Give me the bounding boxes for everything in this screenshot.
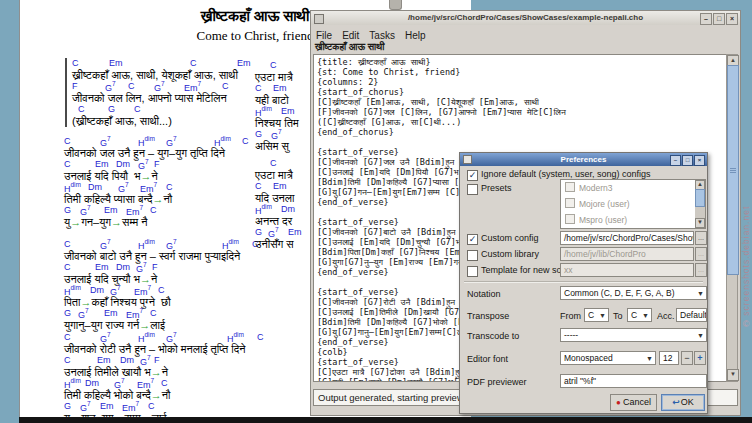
notation-dropdown[interactable]: Common (C, D, E, F, G, A, B)▼ bbox=[560, 286, 707, 300]
chord: Em7 bbox=[122, 401, 139, 413]
chord: C bbox=[64, 159, 71, 169]
transpose-to-label: To bbox=[613, 311, 623, 321]
minimize-button[interactable]: – bbox=[700, 13, 712, 25]
chord: G7 bbox=[166, 239, 177, 251]
template-checkbox[interactable] bbox=[467, 266, 478, 277]
preferences-title: Preferences bbox=[561, 155, 607, 164]
template-field: xx bbox=[560, 263, 694, 277]
chord: Dm bbox=[116, 159, 130, 169]
chord: Em bbox=[104, 205, 118, 215]
chord: Em bbox=[288, 227, 302, 237]
chord: C bbox=[255, 83, 262, 93]
chord: Dm bbox=[85, 378, 99, 388]
chord: Em7 bbox=[140, 182, 157, 194]
font-size-plus-button[interactable]: + bbox=[694, 351, 706, 365]
transcode-dropdown[interactable]: -----▼ bbox=[560, 328, 707, 342]
chevron-down-icon: ▼ bbox=[646, 352, 653, 365]
cancel-button[interactable]: ●Cancel bbox=[610, 394, 657, 411]
ok-button[interactable]: ↩OK bbox=[661, 394, 705, 411]
chord: Hdim bbox=[138, 136, 155, 148]
chord: C bbox=[148, 401, 155, 411]
chord: Em bbox=[95, 159, 109, 169]
presets-scroll-down-icon[interactable]: ▼ bbox=[695, 218, 705, 228]
chord: Em bbox=[281, 106, 295, 116]
chord: C bbox=[64, 355, 71, 365]
lyric-line: तिमी कहिल्यै भोको बन्दै→नौ bbox=[64, 389, 274, 401]
chord: C bbox=[255, 181, 262, 191]
transpose-label: Transpose bbox=[467, 311, 509, 321]
lyric-line: युगानु–युग राज्य गर्न→लाई bbox=[64, 319, 274, 331]
pdf-previewer-field[interactable]: atril "%f" bbox=[560, 374, 707, 388]
transpose-acc-dropdown[interactable]: Default bbox=[676, 308, 707, 322]
cancel-icon: ● bbox=[616, 398, 621, 407]
chord: G bbox=[64, 308, 71, 318]
chord: C bbox=[270, 60, 277, 70]
chord: G bbox=[64, 205, 71, 215]
chord: C bbox=[128, 81, 135, 91]
dialog-close-button[interactable]: × bbox=[694, 155, 705, 166]
editor-vscrollbar[interactable]: ▲ ▼ bbox=[726, 54, 738, 382]
presets-scrollbar[interactable]: ▲ ▼ bbox=[695, 180, 705, 228]
font-size-minus-button[interactable]: − bbox=[681, 351, 693, 365]
menu-item-help[interactable]: Help bbox=[400, 29, 431, 42]
custom-config-checkbox[interactable]: ✓ bbox=[467, 234, 478, 245]
verse-block: CG7HdimG7HdimCजीवनको रोटी उनै हुन – भोको… bbox=[64, 332, 274, 417]
chord: C bbox=[257, 332, 264, 342]
chord: Em7 bbox=[126, 308, 143, 320]
chord: C bbox=[150, 308, 157, 318]
maximize-button[interactable]: □ bbox=[713, 13, 725, 25]
scroll-down-icon[interactable]: ▼ bbox=[727, 369, 739, 381]
editor-titlebar[interactable]: /home/jv/src/ChordPro/Cases/ShowCases/ex… bbox=[311, 11, 740, 26]
chord: Dm bbox=[281, 204, 295, 214]
lyric-line: जीवनको बाटो उनै हुन – स्वर्ग राजमा पुऱ्य… bbox=[64, 250, 274, 262]
chord: Dm bbox=[116, 262, 130, 272]
custom-config-browse-button[interactable]: ... bbox=[695, 231, 707, 245]
chord: Em7 bbox=[134, 285, 151, 297]
dialog-minimize-button[interactable]: – bbox=[670, 155, 681, 166]
desktop: © screenshots.debian.net ख्रीष्टकहाँ आऊ … bbox=[0, 0, 752, 423]
chord: Dm bbox=[120, 355, 134, 365]
transpose-from-dropdown[interactable]: C▼ bbox=[584, 308, 609, 322]
template-browse-button: ... bbox=[695, 263, 707, 277]
scrollbar-thumb[interactable] bbox=[727, 65, 739, 275]
editor-window-title: /home/jv/src/ChordPro/Cases/ShowCases/ex… bbox=[408, 13, 643, 22]
presets-listbox[interactable]: Modern3Mojore (user)Mspro (user)Msttcore… bbox=[560, 179, 706, 229]
chord: C bbox=[242, 136, 249, 146]
editor-font-dropdown[interactable]: Monospaced▼ bbox=[560, 351, 656, 365]
editor-font-label: Editor font bbox=[467, 354, 508, 364]
chord: Hdim bbox=[214, 136, 231, 148]
chord: C bbox=[64, 332, 71, 342]
preset-item[interactable]: Msttcorefonts (user) bbox=[561, 228, 705, 229]
preset-item[interactable]: Mojore (user) bbox=[561, 196, 705, 212]
presets-scrollbar-thumb[interactable] bbox=[695, 189, 705, 207]
chord: G7 bbox=[110, 285, 121, 297]
custom-library-checkbox[interactable] bbox=[467, 250, 478, 261]
ignore-default-checkbox[interactable]: ✓ bbox=[467, 170, 478, 181]
chord: C bbox=[190, 58, 197, 68]
chorus-block: CEmCEmख्रीष्टकहाँ आऊ, साथी, येशूकहाँ आऊ,… bbox=[65, 58, 282, 127]
chord: C bbox=[134, 104, 141, 114]
presets-label: Presets bbox=[481, 183, 512, 193]
chord: G7 bbox=[80, 205, 91, 217]
preset-item[interactable]: Mspro (user) bbox=[561, 212, 705, 228]
chord: G7 bbox=[136, 262, 147, 274]
chord: Em bbox=[273, 83, 287, 93]
chord: Hdim bbox=[255, 106, 272, 118]
chevron-down-icon: ▼ bbox=[642, 309, 649, 322]
transpose-to-dropdown[interactable]: C▼ bbox=[627, 308, 652, 322]
verse-block: CG7HdimG7HdimCजीवनको जल उनै हुन – युग–यु… bbox=[64, 136, 274, 228]
chord: Hdim bbox=[222, 239, 239, 251]
presets-checkbox[interactable] bbox=[467, 184, 478, 195]
font-size-field[interactable]: 12 bbox=[659, 351, 679, 365]
preferences-titlebar[interactable]: Preferences – □ × bbox=[460, 153, 707, 166]
dialog-icon bbox=[463, 155, 472, 164]
dialog-maximize-button[interactable]: □ bbox=[682, 155, 693, 166]
custom-config-field[interactable]: /home/jv/src/ChordPro/Cases/ShowCas bbox=[560, 231, 694, 245]
chord: Em bbox=[104, 308, 118, 318]
chord: C bbox=[64, 262, 71, 272]
pdf-previewer-label: PDF previewer bbox=[467, 377, 527, 387]
preset-item[interactable]: Modern3 bbox=[561, 180, 705, 196]
chord: G7 bbox=[100, 239, 111, 251]
chord: Em bbox=[100, 401, 114, 411]
close-button[interactable]: × bbox=[726, 13, 738, 25]
